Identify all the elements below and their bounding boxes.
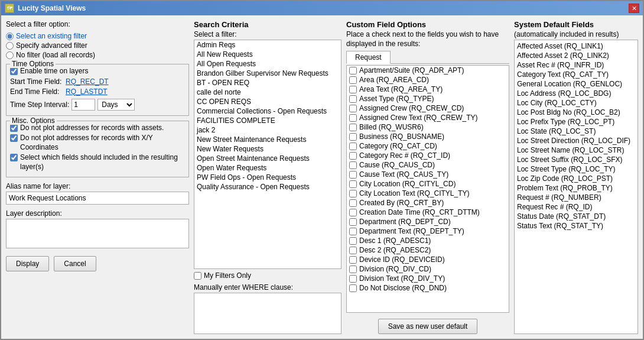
field-checkbox-22[interactable]: [349, 275, 357, 283]
field-item[interactable]: Department (RQ_DEPT_CD): [347, 217, 509, 226]
field-checkbox-16[interactable]: [349, 218, 357, 226]
field-checkbox-12[interactable]: [349, 180, 357, 188]
radio-existing-input[interactable]: [6, 33, 14, 40]
misc-opt-3-checkbox[interactable]: [10, 154, 18, 161]
sys-field-item: Request Rec # (RQ_ID): [515, 202, 638, 212]
field-checkbox-19[interactable]: [349, 247, 357, 254]
field-checkbox-4[interactable]: [349, 105, 357, 112]
field-item[interactable]: Apartment/Suite (RQ_ADR_APT): [347, 66, 509, 75]
filter-list-item[interactable]: CC OPEN REQS: [194, 97, 341, 106]
field-item[interactable]: Category Rec # (RQ_CT_ID): [347, 151, 509, 160]
field-checkbox-15[interactable]: [349, 209, 357, 216]
where-textarea[interactable]: [194, 293, 341, 334]
field-item[interactable]: Do Not Disclose (RQ_DND): [347, 283, 509, 293]
filter-list-item[interactable]: FACILITIES COMPLETE: [194, 116, 341, 125]
field-item[interactable]: City Location (RQ_CITYL_CD): [347, 179, 509, 189]
field-item[interactable]: Business (RQ_BUSNAME): [347, 132, 509, 141]
field-label: Desc 2 (RQ_ADESC2): [359, 246, 431, 254]
field-item[interactable]: Device ID (RQ_DEVICEID): [347, 255, 509, 264]
field-checkbox-5[interactable]: [349, 114, 357, 122]
field-item[interactable]: Area Text (RQ_AREA_TY): [347, 85, 509, 94]
sys-field-item: Loc State (RQ_LOC_ST): [515, 127, 638, 136]
field-checkbox-6[interactable]: [349, 124, 357, 131]
radio-nofilter-input[interactable]: [6, 51, 14, 59]
misc-opt-2[interactable]: Do not plot addresses for records with X…: [10, 134, 185, 152]
field-checkbox-13[interactable]: [349, 190, 357, 197]
field-item[interactable]: Created By (RQ_CRT_BY): [347, 198, 509, 208]
field-checkbox-10[interactable]: [349, 161, 357, 169]
field-label: Apartment/Suite (RQ_ADR_APT): [359, 66, 464, 75]
field-checkbox-20[interactable]: [349, 256, 357, 264]
save-default-button[interactable]: Save as new user default: [378, 319, 478, 334]
filter-list-item[interactable]: Open Water Requests: [194, 163, 341, 173]
enable-time-item[interactable]: Enable time on layers: [10, 67, 185, 76]
desc-textarea[interactable]: [6, 219, 189, 248]
field-item[interactable]: Division Text (RQ_DIV_TY): [347, 274, 509, 283]
field-item[interactable]: Assigned Crew Text (RQ_CREW_TY): [347, 113, 509, 122]
enable-time-checkbox[interactable]: [10, 67, 18, 75]
field-item[interactable]: Cause (RQ_CAUS_CD): [347, 160, 509, 170]
time-step-input[interactable]: [71, 99, 95, 111]
filter-list[interactable]: Admin ReqsAll New RequestsAll Open Reque…: [194, 40, 341, 269]
field-checkbox-21[interactable]: [349, 265, 357, 273]
cancel-button[interactable]: Cancel: [54, 256, 96, 271]
field-item[interactable]: Asset Type (RQ_TYPE): [347, 94, 509, 103]
radio-nofilter[interactable]: No filter (load all records): [6, 51, 189, 59]
time-step-select[interactable]: Days Hours Weeks: [97, 99, 135, 111]
field-item[interactable]: Division (RQ_DIV_CD): [347, 264, 509, 274]
field-checkbox-11[interactable]: [349, 171, 357, 179]
field-checkbox-18[interactable]: [349, 237, 357, 245]
field-checkbox-2[interactable]: [349, 86, 357, 93]
filter-list-item[interactable]: Commercial Collections - Open Requests: [194, 106, 341, 116]
my-filters-checkbox[interactable]: [194, 272, 201, 280]
start-time-value[interactable]: RQ_REC_DT: [66, 77, 109, 86]
misc-opt-1-checkbox[interactable]: [10, 124, 18, 132]
filter-list-item[interactable]: Open Street Maintenance Requests: [194, 154, 341, 163]
filter-list-item[interactable]: Brandon Gilber Supervisor New Requests: [194, 69, 341, 78]
misc-opt-2-checkbox[interactable]: [10, 134, 18, 142]
my-filters-row[interactable]: My Filters Only: [194, 271, 341, 280]
field-item[interactable]: Cause Text (RQ_CAUS_TY): [347, 170, 509, 179]
field-item[interactable]: Desc 2 (RQ_ADESC2): [347, 245, 509, 255]
custom-fields-list[interactable]: Apartment/Suite (RQ_ADR_APT)Area (RQ_ARE…: [346, 65, 509, 313]
field-checkbox-3[interactable]: [349, 95, 357, 103]
field-checkbox-1[interactable]: [349, 76, 357, 84]
filter-list-item[interactable]: All Open Requests: [194, 59, 341, 69]
tab-request[interactable]: Request: [346, 51, 391, 64]
field-checkbox-7[interactable]: [349, 133, 357, 141]
field-checkbox-8[interactable]: [349, 143, 357, 150]
misc-opt-1[interactable]: Do not plot addresses for records with a…: [10, 124, 185, 133]
field-item[interactable]: Assigned Crew (RQ_CREW_CD): [347, 103, 509, 113]
radio-advanced-input[interactable]: [6, 42, 14, 50]
field-checkbox-14[interactable]: [349, 199, 357, 207]
filter-list-item[interactable]: PW Field Ops - Open Requests: [194, 173, 341, 182]
field-checkbox-17[interactable]: [349, 228, 357, 235]
close-button[interactable]: ✕: [629, 4, 639, 13]
filter-option-label: Select a filter option:: [6, 20, 189, 28]
filter-list-item[interactable]: All New Requests: [194, 50, 341, 59]
filter-list-item[interactable]: New Water Requests: [194, 144, 341, 154]
field-item[interactable]: Billed (RQ_WUSR6): [347, 122, 509, 132]
filter-list-item[interactable]: Quality Assurance - Open Requests: [194, 182, 341, 192]
end-time-value[interactable]: RQ_LASTDT: [66, 88, 108, 96]
custom-panel-bottom: Save as new user default: [346, 315, 509, 334]
alias-input[interactable]: [6, 192, 189, 205]
field-checkbox-0[interactable]: [349, 67, 357, 75]
misc-opt-3[interactable]: Select which fields should included in t…: [10, 153, 185, 171]
field-item[interactable]: Area (RQ_AREA_CD): [347, 75, 509, 85]
filter-list-item[interactable]: jack 2: [194, 125, 341, 135]
field-checkbox-23[interactable]: [349, 284, 357, 292]
radio-advanced[interactable]: Specify advanced filter: [6, 41, 189, 50]
filter-list-item[interactable]: calle del norte: [194, 88, 341, 97]
field-item[interactable]: Category (RQ_CAT_CD): [347, 141, 509, 151]
field-item[interactable]: City Location Text (RQ_CITYL_TY): [347, 189, 509, 198]
field-item[interactable]: Department Text (RQ_DEPT_TY): [347, 226, 509, 236]
filter-list-item[interactable]: BT - OPEN REQ: [194, 78, 341, 88]
field-item[interactable]: Creation Date Time (RQ_CRT_DTTM): [347, 208, 509, 217]
field-item[interactable]: Desc 1 (RQ_ADESC1): [347, 236, 509, 245]
filter-list-item[interactable]: Admin Reqs: [194, 40, 341, 50]
field-checkbox-9[interactable]: [349, 152, 357, 160]
filter-list-item[interactable]: New Street Maintenance Requests: [194, 135, 341, 144]
radio-existing[interactable]: Select an existing filter: [6, 32, 189, 40]
display-button[interactable]: Display: [6, 256, 49, 271]
